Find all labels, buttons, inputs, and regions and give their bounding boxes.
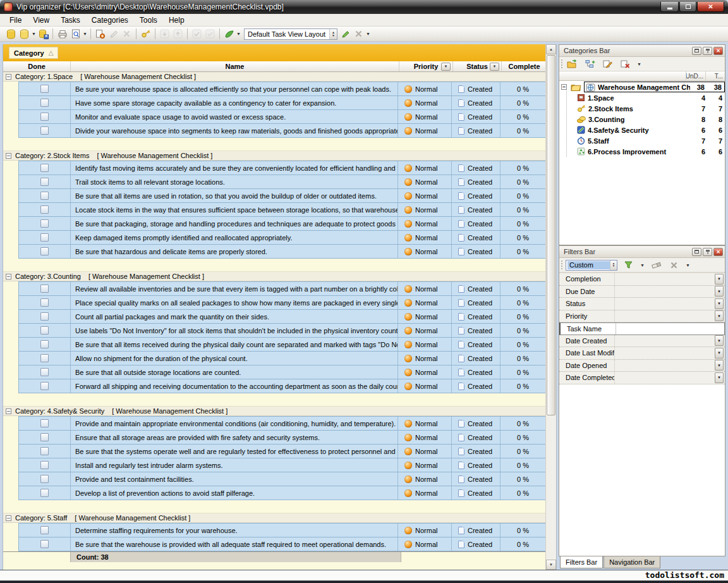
- task-checkbox[interactable]: [40, 489, 49, 497]
- task-row[interactable]: Review all available inventories and be …: [19, 282, 545, 296]
- add-category-icon[interactable]: [566, 58, 579, 70]
- complete-task-icon[interactable]: [190, 28, 203, 40]
- task-checkbox[interactable]: [40, 368, 49, 376]
- panel-pin-icon[interactable]: [703, 47, 712, 55]
- task-row[interactable]: Be sure that the systems operate well an…: [19, 445, 545, 458]
- print-icon[interactable]: [56, 28, 69, 40]
- filter-row-status[interactable]: Status▼: [559, 298, 725, 310]
- task-checkbox[interactable]: [40, 540, 49, 548]
- group-by-category-chip[interactable]: Category △: [9, 47, 58, 59]
- print-dropdown-icon[interactable]: ▼: [82, 32, 88, 36]
- task-row[interactable]: Use labels "Do Not Inventory" for all st…: [19, 324, 545, 338]
- task-checkbox[interactable]: [40, 247, 49, 255]
- task-checkbox[interactable]: [40, 461, 49, 469]
- menu-view[interactable]: View: [27, 15, 55, 26]
- save-filter-icon[interactable]: [622, 259, 635, 271]
- collapse-group-icon[interactable]: –: [6, 74, 11, 80]
- new-database-icon[interactable]: [4, 28, 18, 40]
- tree-item-4-safety-security[interactable]: 4.Safety& Security66: [559, 125, 725, 135]
- panel-maximize-icon[interactable]: [692, 47, 701, 55]
- menu-tools[interactable]: Tools: [134, 15, 163, 26]
- task-checkbox[interactable]: [40, 447, 49, 455]
- filter-dropdown-icon[interactable]: ▼: [715, 335, 724, 346]
- dock-tab-filters-bar[interactable]: Filters Bar: [560, 556, 603, 568]
- task-checkbox[interactable]: [40, 164, 49, 172]
- toolbar-overflow-icon[interactable]: ▼: [365, 32, 371, 36]
- filter-row-due-date[interactable]: Due Date▼: [559, 286, 725, 298]
- scrollbar-thumb[interactable]: [547, 55, 555, 415]
- panel-close-icon[interactable]: ✕: [713, 248, 723, 256]
- open-database-icon[interactable]: [18, 28, 31, 40]
- task-notes-icon[interactable]: [139, 28, 152, 40]
- task-row[interactable]: Divide your warehouse space into segment…: [19, 124, 545, 138]
- save-database-icon[interactable]: [37, 28, 50, 40]
- task-row[interactable]: Determine staffing requirements for your…: [19, 524, 545, 537]
- delete-category-icon[interactable]: [619, 58, 632, 70]
- delete-task-icon[interactable]: [120, 28, 133, 40]
- tree-root-item[interactable]: – Warehouse Management Che 38 38: [559, 82, 725, 92]
- task-checkbox[interactable]: [40, 526, 49, 534]
- task-row[interactable]: Be sure your warehouse space is allocate…: [19, 82, 545, 96]
- column-header-priority[interactable]: Priority ▼: [399, 61, 453, 71]
- clear-filter-icon[interactable]: [650, 259, 663, 271]
- move-down-icon[interactable]: [158, 28, 171, 40]
- task-row[interactable]: Forward all shipping and receiving docum…: [19, 379, 545, 393]
- filter-dropdown-icon[interactable]: ▼: [715, 310, 724, 321]
- collapse-group-icon[interactable]: –: [6, 515, 11, 521]
- filter-row-priority[interactable]: Priority▼: [559, 310, 725, 323]
- open-database-dropdown-icon[interactable]: ▼: [31, 32, 37, 36]
- menu-file[interactable]: File: [4, 15, 27, 26]
- task-row[interactable]: Install and regularly test intruder alar…: [19, 458, 545, 472]
- task-checkbox[interactable]: [40, 192, 49, 200]
- task-row[interactable]: Keep damaged items promptly identified a…: [19, 231, 545, 245]
- menu-help[interactable]: Help: [163, 15, 190, 26]
- panel-maximize-icon[interactable]: [692, 248, 701, 256]
- task-checkbox[interactable]: [40, 433, 49, 441]
- task-row[interactable]: Trail stock items to all relevant storag…: [19, 175, 545, 189]
- close-button[interactable]: ✕: [697, 2, 724, 12]
- filter-dropdown-icon[interactable]: ▼: [715, 360, 724, 371]
- filter-dropdown-icon[interactable]: ▼: [715, 372, 724, 383]
- collapse-group-icon[interactable]: –: [6, 274, 11, 279]
- task-row[interactable]: Identify fast moving items accurately an…: [19, 161, 545, 175]
- group-row-category-3-counting[interactable]: –Category: 3.Counting[ Warehouse Managem…: [3, 272, 547, 281]
- task-checkbox[interactable]: [40, 219, 49, 228]
- tree-item-5-staff[interactable]: 5.Staff77: [559, 135, 725, 146]
- column-header-status[interactable]: Status ▼: [453, 61, 502, 71]
- tree-item-6-process-improvement[interactable]: 6.Process Improvement66: [559, 146, 725, 157]
- task-row[interactable]: Be sure that all items received during t…: [19, 338, 545, 352]
- menu-categories[interactable]: Categories: [86, 15, 134, 26]
- tree-item-1-space[interactable]: 1.Space44: [559, 92, 725, 103]
- add-subcategory-icon[interactable]: [583, 58, 597, 70]
- workspace-dropdown-icon[interactable]: ▼: [236, 32, 241, 36]
- filter-dropdown-icon[interactable]: ▼: [715, 348, 724, 359]
- task-row[interactable]: Provide and maintain appropriate environ…: [19, 417, 545, 431]
- task-row[interactable]: Count all partial packages and mark the …: [19, 310, 545, 324]
- task-checkbox[interactable]: [40, 354, 49, 362]
- task-checkbox[interactable]: [40, 206, 49, 214]
- move-up-icon[interactable]: [171, 28, 185, 40]
- task-checkbox[interactable]: [40, 126, 49, 135]
- tree-header-undone[interactable]: UnD...: [686, 71, 705, 80]
- filter-preset-spinner-icon[interactable]: ▲▼: [610, 261, 617, 270]
- task-row[interactable]: Be sure that hazardous and delicate item…: [19, 245, 545, 259]
- tree-item-2-stock-items[interactable]: 2.Stock Items77: [559, 103, 725, 114]
- edit-task-icon[interactable]: [107, 28, 120, 40]
- save-filter-dropdown-icon[interactable]: ▼: [640, 263, 645, 267]
- print-preview-icon[interactable]: [69, 28, 82, 40]
- column-header-name[interactable]: Name: [71, 61, 399, 71]
- filter-dropdown-icon[interactable]: ▼: [715, 274, 724, 285]
- filter-row-completion[interactable]: Completion▼: [559, 273, 725, 286]
- task-checkbox[interactable]: [40, 326, 49, 334]
- task-row[interactable]: Monitor and evaluate space usage to avoi…: [19, 110, 545, 124]
- task-row[interactable]: Allow no shipment for the duration of th…: [19, 352, 545, 365]
- task-row[interactable]: Place special quality marks on all seale…: [19, 296, 545, 310]
- collapse-group-icon[interactable]: –: [6, 153, 11, 159]
- task-checkbox[interactable]: [40, 382, 49, 390]
- task-row[interactable]: Ensure that all storage areas are provid…: [19, 431, 545, 445]
- scroll-up-icon[interactable]: ▲: [546, 44, 556, 54]
- uncomplete-task-icon[interactable]: [203, 28, 217, 40]
- column-header-complete[interactable]: Complete: [502, 61, 547, 71]
- filter-preset-combobox[interactable]: Custom ▲▼: [566, 260, 617, 271]
- filter-row-date-last-modified[interactable]: Date Last Modified▼: [559, 347, 725, 360]
